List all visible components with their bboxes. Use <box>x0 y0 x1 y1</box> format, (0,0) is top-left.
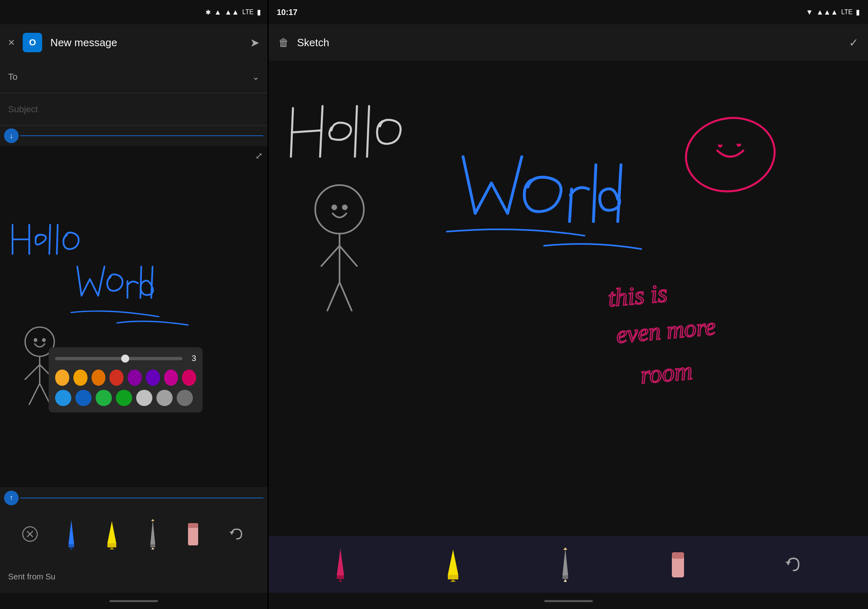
svg-marker-15 <box>151 519 154 521</box>
svg-point-2 <box>43 339 45 341</box>
highlighter-tool-button[interactable] <box>105 519 119 549</box>
svg-marker-31 <box>450 579 456 582</box>
delete-sketch-button[interactable]: 🗑 <box>278 36 289 49</box>
send-button[interactable]: ➤ <box>250 36 259 49</box>
size-slider[interactable] <box>55 357 182 360</box>
svg-point-19 <box>315 185 364 234</box>
svg-marker-38 <box>785 562 791 564</box>
to-chevron-icon: ⌄ <box>252 72 259 82</box>
svg-rect-13 <box>150 544 155 547</box>
svg-marker-35 <box>563 547 567 550</box>
to-field[interactable]: To ⌄ <box>0 61 267 93</box>
color-swatch-pink[interactable] <box>182 370 196 386</box>
wifi-icon-right: ▼ <box>806 8 813 17</box>
email-header-title: New message <box>50 36 242 49</box>
slider-value: 3 <box>186 354 196 363</box>
outlook-logo: O <box>23 33 42 52</box>
sketch-divider-bottom: ↑ <box>0 487 267 508</box>
wifi-icon: ▲ <box>214 8 221 17</box>
svg-point-21 <box>343 205 347 209</box>
signal-icon-right: ▲▲▲ <box>816 8 838 17</box>
toolbar-right <box>269 536 868 593</box>
highlighter-tool-right[interactable] <box>445 547 462 582</box>
eraser-tool-right[interactable] <box>669 547 686 582</box>
svg-marker-11 <box>109 547 114 549</box>
home-indicator-right <box>544 600 593 602</box>
color-swatch-green[interactable] <box>116 390 132 406</box>
pencil-tool-button[interactable] <box>147 518 159 550</box>
color-swatch-light-green[interactable] <box>96 390 112 406</box>
right-panel: 10:17 ▼ ▲▲▲ LTE ▮ 🗑 Sketch ✓ <box>269 0 868 609</box>
color-row-1 <box>55 370 196 386</box>
pencil-tool-right[interactable] <box>558 546 573 583</box>
eraser-tool-button[interactable] <box>186 519 200 549</box>
confirm-sketch-button[interactable]: ✓ <box>849 36 858 49</box>
svg-text:room: room <box>639 357 694 389</box>
pen-tool-button[interactable] <box>65 518 77 550</box>
signal-icon: ▲▲ <box>224 8 239 17</box>
svg-point-22 <box>680 111 780 198</box>
svg-rect-37 <box>672 552 684 559</box>
color-swatch-dark-gray[interactable] <box>177 390 193 406</box>
color-swatch-orange[interactable] <box>92 370 106 386</box>
color-swatch-purple[interactable] <box>146 370 160 386</box>
sent-from-text: Sent from Su <box>0 560 267 593</box>
lte-icon-right: LTE <box>841 9 853 16</box>
color-row-2 <box>55 390 196 406</box>
sketch-canvas-left[interactable] <box>0 146 267 487</box>
slider-thumb[interactable] <box>121 355 129 363</box>
svg-rect-17 <box>188 523 198 528</box>
status-bar-left: ✱ ▲ ▲▲ LTE ▮ <box>0 0 267 24</box>
svg-point-1 <box>34 339 37 341</box>
divider-line-bottom <box>20 498 263 498</box>
bottom-bar-right <box>269 593 868 609</box>
svg-rect-7 <box>68 544 74 547</box>
svg-marker-34 <box>564 579 567 582</box>
expand-sketch-button[interactable]: ↑ <box>4 491 19 505</box>
color-swatch-red[interactable] <box>109 370 124 386</box>
to-label: To <box>8 72 252 82</box>
toolbar-left <box>0 508 267 560</box>
close-button[interactable]: × <box>8 36 15 49</box>
subject-placeholder: Subject <box>8 104 38 115</box>
clear-button[interactable] <box>22 526 38 542</box>
sketch-header: 🗑 Sketch ✓ <box>269 24 868 61</box>
color-swatch-light-gray[interactable] <box>136 390 152 406</box>
pen-tool-right[interactable] <box>334 546 348 583</box>
sketch-area-right[interactable]: this is even more room <box>269 61 868 536</box>
sketch-canvas-right[interactable]: this is even more room <box>269 61 868 536</box>
color-swatch-dark-purple[interactable] <box>128 370 142 386</box>
sketch-area-left[interactable]: ⤢ <box>0 146 267 487</box>
color-swatch-yellow[interactable] <box>55 370 69 386</box>
color-swatch-magenta[interactable] <box>164 370 178 386</box>
lte-icon: LTE <box>242 9 254 16</box>
email-header: × O New message ➤ <box>0 24 267 61</box>
color-swatch-dark-blue[interactable] <box>75 390 92 406</box>
undo-button[interactable] <box>228 525 246 543</box>
battery-icon-right: ▮ <box>856 8 860 17</box>
svg-marker-26 <box>337 548 344 575</box>
svg-rect-33 <box>562 575 568 579</box>
color-swatch-gray[interactable] <box>156 390 173 406</box>
sent-from-label: Sent from Su <box>8 572 56 581</box>
svg-text:this is: this is <box>607 279 669 312</box>
color-picker-popup[interactable]: 3 <box>49 347 203 412</box>
color-swatch-amber[interactable] <box>73 370 88 386</box>
sketch-title: Sketch <box>297 36 841 49</box>
undo-button-right[interactable] <box>783 554 804 575</box>
svg-marker-12 <box>150 520 155 544</box>
color-swatch-light-blue[interactable] <box>55 390 71 406</box>
status-icons-right: ▼ ▲▲▲ LTE ▮ <box>806 8 860 17</box>
svg-marker-18 <box>229 532 234 534</box>
svg-marker-6 <box>68 520 74 544</box>
collapse-sketch-button[interactable]: ↓ <box>4 128 19 143</box>
svg-marker-32 <box>562 548 568 575</box>
subject-field[interactable]: Subject <box>0 93 267 126</box>
sketch-divider-top: ↓ <box>0 126 267 146</box>
time-display: 10:17 <box>277 8 297 17</box>
status-bar-right: 10:17 ▼ ▲▲▲ LTE ▮ <box>269 0 868 24</box>
svg-marker-9 <box>107 521 116 543</box>
home-indicator <box>109 600 158 602</box>
battery-icon: ▮ <box>257 8 261 17</box>
svg-marker-8 <box>70 547 73 549</box>
